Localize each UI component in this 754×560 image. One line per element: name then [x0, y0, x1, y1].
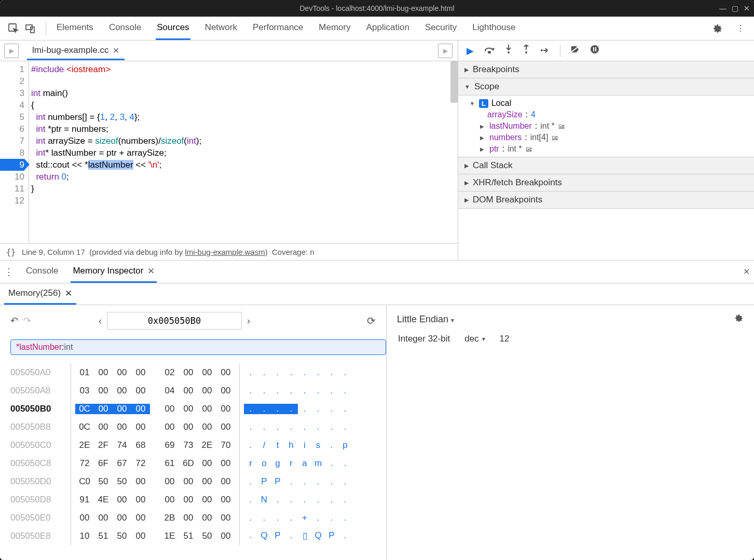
tab-sources[interactable]: Sources — [156, 17, 190, 40]
close-tab-icon[interactable]: ✕ — [113, 46, 119, 56]
scope-var-numbers[interactable]: ▶numbers: int[4]🖭 — [458, 132, 754, 143]
prev-page-icon[interactable]: ‹ — [99, 316, 102, 326]
svg-point-6 — [541, 49, 543, 51]
debugger-toolbar: ▶ — [458, 40, 754, 61]
file-tab[interactable]: lmi-bug-example.cc ✕ — [27, 41, 125, 60]
value-interpreter: Little Endian ▾ Integer 32-bit dec▾ 12 — [387, 305, 754, 560]
tab-elements[interactable]: Elements — [56, 17, 94, 40]
redo-icon[interactable]: ↷ — [23, 315, 31, 326]
refresh-icon[interactable]: ⟳ — [367, 315, 376, 327]
scope-var-lastnumber[interactable]: ▶lastNumber: int *🖭 — [458, 120, 754, 132]
resume-icon[interactable]: ▶ — [467, 45, 474, 57]
tab-memory[interactable]: Memory — [318, 17, 351, 40]
address-input[interactable] — [107, 312, 242, 330]
hex-row[interactable]: 005050E0000000002B000000....+... — [10, 509, 376, 527]
step-icon[interactable] — [540, 45, 550, 56]
close-drawer-icon[interactable]: ✕ — [743, 261, 750, 283]
hex-row[interactable]: 005050D0C050500000000000.PP..... — [10, 472, 376, 490]
device-toggle-icon[interactable] — [24, 22, 36, 35]
gear-icon[interactable] — [711, 22, 724, 35]
reveal-in-memory-icon[interactable]: 🖭 — [525, 145, 532, 153]
interpreted-value: 12 — [500, 334, 510, 344]
svg-point-5 — [525, 51, 527, 53]
hex-row[interactable]: 005050E8105150001E515000.QP.▯QP. — [10, 527, 376, 545]
hex-row[interactable]: 005050A80300000004000000........ — [10, 381, 376, 400]
hex-row[interactable]: 005050D8914E000000000000.N...... — [10, 490, 376, 509]
hex-row[interactable]: 005050A00100000002000000........ — [10, 363, 376, 381]
drawer-tab-memory-inspector[interactable]: Memory Inspector ✕ — [71, 261, 157, 283]
svg-point-8 — [591, 45, 599, 53]
step-over-icon[interactable] — [484, 45, 495, 56]
close-tab-icon[interactable]: ✕ — [147, 266, 155, 277]
main-toolbar: Elements Console Sources Network Perform… — [0, 17, 754, 40]
drawer: ⋮ Console Memory Inspector ✕ ✕ Memory(25… — [0, 260, 754, 560]
memory-buffer-tab[interactable]: Memory(256) ✕ — [4, 283, 76, 305]
value-type-label: Integer 32-bit — [398, 334, 450, 344]
reveal-in-memory-icon[interactable]: 🖭 — [551, 133, 558, 142]
kebab-menu-icon[interactable]: ⋮ — [734, 22, 747, 35]
undo-icon[interactable]: ↶ — [10, 315, 18, 326]
run-snippet-icon[interactable]: ▶ — [438, 44, 453, 58]
code-editor[interactable]: 12345678 9101112 #include <iostream> int… — [0, 61, 458, 243]
inspect-element-icon[interactable] — [7, 22, 20, 35]
tab-performance[interactable]: Performance — [252, 17, 304, 40]
svg-rect-10 — [595, 47, 596, 51]
breakpoints-section[interactable]: ▶Breakpoints — [458, 61, 754, 78]
step-into-icon[interactable] — [505, 45, 512, 57]
gutter[interactable]: 12345678 9101112 — [0, 61, 29, 243]
editor-status-bar: {} Line 9, Column 17 (provided via debug… — [0, 243, 458, 260]
pause-on-exceptions-icon[interactable] — [591, 45, 599, 56]
window-title: DevTools - localhost:4000/lmi-bug-exampl… — [299, 4, 454, 12]
tab-application[interactable]: Application — [365, 17, 410, 40]
next-page-icon[interactable]: › — [247, 316, 250, 326]
hex-row[interactable]: 005050C02E2F746869732E70./this.p — [10, 436, 376, 454]
callstack-section[interactable]: ▶Call Stack — [458, 157, 754, 174]
maximize-icon[interactable]: ▢ — [732, 4, 738, 12]
reveal-in-memory-icon[interactable]: 🖭 — [558, 122, 565, 130]
drawer-menu-icon[interactable]: ⋮ — [4, 261, 13, 283]
value-format-select[interactable]: dec▾ — [464, 334, 485, 344]
tab-lighthouse[interactable]: Lighthouse — [471, 17, 516, 40]
hex-row[interactable]: 005050C8726F6772616D0000rogram.. — [10, 454, 376, 472]
close-tab-icon[interactable]: ✕ — [65, 288, 72, 299]
scope-section[interactable]: ▼Scope — [458, 78, 754, 95]
minimize-icon[interactable]: — — [719, 4, 726, 12]
wasm-link[interactable]: lmi-bug-example.wasm — [185, 248, 265, 256]
hex-row[interactable]: 005050B00C00000000000000........ — [10, 400, 376, 418]
step-out-icon[interactable] — [523, 45, 530, 57]
scope-var-arraysize[interactable]: arraySize: 4 — [458, 109, 754, 120]
vertical-scrollbar[interactable] — [450, 61, 458, 103]
tab-console[interactable]: Console — [108, 17, 142, 40]
hex-viewer: ↶ ↷ ‹ › ⟳ *lastNumber: int 005050A001000… — [0, 305, 387, 560]
file-tab-bar: ▶ lmi-bug-example.cc ✕ ▶ — [0, 40, 458, 61]
gear-icon[interactable] — [734, 313, 744, 325]
hex-table[interactable]: 005050A00100000002000000........005050A8… — [0, 360, 386, 548]
svg-point-3 — [488, 51, 490, 53]
tab-security[interactable]: Security — [424, 17, 458, 40]
debugger-panel: ▶ ▶Breakpoints ▼Scope ▼LLocal arraySize:… — [458, 40, 754, 260]
navigator-toggle-icon[interactable]: ▶ — [4, 44, 19, 58]
svg-point-4 — [508, 51, 510, 53]
svg-rect-9 — [593, 47, 594, 51]
deactivate-breakpoints-icon[interactable] — [571, 45, 580, 56]
scope-local[interactable]: ▼LLocal — [458, 98, 754, 109]
scope-var-ptr[interactable]: ▶ptr: int *🖭 — [458, 143, 754, 155]
file-tab-label: lmi-bug-example.cc — [32, 45, 108, 56]
dom-breakpoints-section[interactable]: ▶DOM Breakpoints — [458, 192, 754, 209]
drawer-tab-console[interactable]: Console — [24, 261, 60, 283]
tab-network[interactable]: Network — [204, 17, 238, 40]
close-icon[interactable]: ✕ — [744, 4, 750, 12]
highlight-chip[interactable]: *lastNumber: int — [10, 339, 386, 355]
hex-row[interactable]: 005050B80C00000000000000........ — [10, 418, 376, 436]
main-tab-bar: Elements Console Sources Network Perform… — [56, 17, 707, 40]
endianness-select[interactable]: Little Endian ▾ — [397, 314, 454, 325]
titlebar: DevTools - localhost:4000/lmi-bug-exampl… — [0, 0, 754, 17]
xhr-breakpoints-section[interactable]: ▶XHR/fetch Breakpoints — [458, 174, 754, 192]
